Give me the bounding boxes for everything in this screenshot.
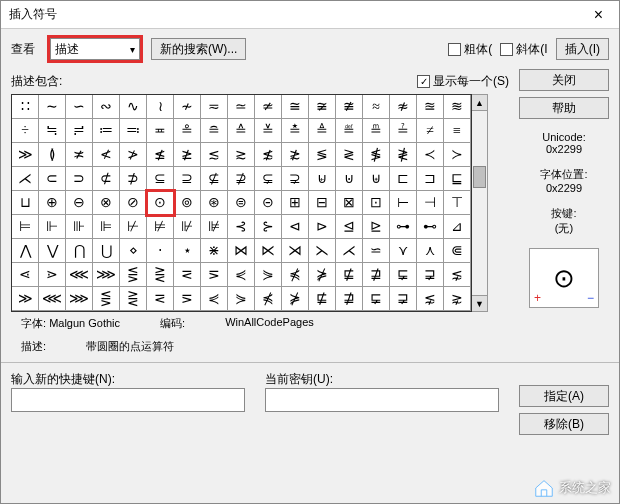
symbol-cell[interactable]: ⋆ bbox=[174, 239, 201, 263]
symbol-cell[interactable]: ⊄ bbox=[93, 167, 120, 191]
symbol-cell[interactable]: ⊣ bbox=[417, 191, 444, 215]
symbol-cell[interactable]: ⊭ bbox=[147, 215, 174, 239]
showall-checkbox-wrap[interactable]: ✓ 显示每一个(S) bbox=[417, 73, 509, 90]
symbol-cell[interactable]: ⊆ bbox=[147, 167, 174, 191]
symbol-cell[interactable]: ≲ bbox=[201, 143, 228, 167]
symbol-cell[interactable]: ≖ bbox=[147, 119, 174, 143]
symbol-cell[interactable]: ⋙ bbox=[93, 263, 120, 287]
current-input[interactable] bbox=[265, 388, 499, 412]
symbol-cell[interactable]: ⋚ bbox=[120, 263, 147, 287]
symbol-cell[interactable]: ⋣ bbox=[363, 263, 390, 287]
symbol-cell[interactable]: ≆ bbox=[309, 95, 336, 119]
symbol-cell[interactable]: ⊔ bbox=[12, 191, 39, 215]
symbol-cell[interactable]: ≡ bbox=[444, 119, 471, 143]
symbol-cell[interactable]: ⋐ bbox=[444, 239, 471, 263]
symbol-cell[interactable]: ⋚ bbox=[93, 287, 120, 311]
symbol-cell[interactable]: ≫ bbox=[12, 287, 39, 311]
scroll-down-icon[interactable]: ▼ bbox=[472, 295, 487, 311]
symbol-cell[interactable]: ⊎ bbox=[363, 167, 390, 191]
symbol-cell[interactable]: ≻ bbox=[444, 143, 471, 167]
symbol-cell[interactable]: ⊫ bbox=[93, 215, 120, 239]
symbol-cell[interactable]: ⋧ bbox=[444, 287, 471, 311]
symbol-cell[interactable]: ÷ bbox=[12, 119, 39, 143]
symbol-cell[interactable]: ⊖ bbox=[66, 191, 93, 215]
symbol-cell[interactable]: ⋍ bbox=[363, 239, 390, 263]
symbol-cell[interactable]: ⊚ bbox=[174, 191, 201, 215]
symbol-cell[interactable]: ≋ bbox=[444, 95, 471, 119]
symbol-cell[interactable]: ∽ bbox=[66, 95, 93, 119]
symbol-cell[interactable]: ≜ bbox=[309, 119, 336, 143]
symbol-cell[interactable]: ≈ bbox=[363, 95, 390, 119]
symbol-cell[interactable]: ⊳ bbox=[309, 215, 336, 239]
symbol-cell[interactable]: ⊵ bbox=[363, 215, 390, 239]
symbol-cell[interactable]: ≬ bbox=[39, 143, 66, 167]
symbol-cell[interactable]: ≒ bbox=[39, 119, 66, 143]
symbol-cell[interactable]: ⋘ bbox=[39, 287, 66, 311]
symbol-cell[interactable]: ⊗ bbox=[93, 191, 120, 215]
symbol-cell[interactable]: ≵ bbox=[282, 143, 309, 167]
symbol-cell[interactable]: ≟ bbox=[390, 119, 417, 143]
symbol-cell[interactable]: ⋌ bbox=[12, 167, 39, 191]
italic-checkbox[interactable] bbox=[500, 43, 513, 56]
symbol-cell[interactable]: ⋄ bbox=[120, 239, 147, 263]
symbol-cell[interactable]: ⊊ bbox=[255, 167, 282, 191]
symbol-cell[interactable]: ⋅ bbox=[147, 239, 174, 263]
symbol-cell[interactable]: ⊞ bbox=[282, 191, 309, 215]
symbol-cell[interactable]: ⋙ bbox=[66, 287, 93, 311]
symbol-cell[interactable]: ⋜ bbox=[147, 287, 174, 311]
symbol-cell[interactable]: ≷ bbox=[336, 143, 363, 167]
symbol-cell[interactable]: ⋤ bbox=[390, 263, 417, 287]
symbol-cell[interactable]: ⊮ bbox=[174, 215, 201, 239]
symbol-cell[interactable]: ≰ bbox=[147, 143, 174, 167]
symbol-cell[interactable]: ⊪ bbox=[66, 215, 93, 239]
symbol-cell[interactable]: ⋈ bbox=[228, 239, 255, 263]
symbol-cell[interactable]: ⊤ bbox=[444, 191, 471, 215]
symbol-cell[interactable]: ∷ bbox=[12, 95, 39, 119]
view-dropdown[interactable]: 描述 ▾ bbox=[50, 38, 140, 60]
symbol-cell[interactable]: ≛ bbox=[282, 119, 309, 143]
symbol-cell[interactable]: ≞ bbox=[363, 119, 390, 143]
symbol-cell[interactable]: ⊌ bbox=[309, 167, 336, 191]
symbol-cell[interactable]: ≙ bbox=[228, 119, 255, 143]
symbol-cell[interactable]: ≘ bbox=[201, 119, 228, 143]
symbol-cell[interactable]: ⋖ bbox=[12, 263, 39, 287]
symbol-cell[interactable]: ⊬ bbox=[120, 215, 147, 239]
symbol-cell[interactable]: ≔ bbox=[93, 119, 120, 143]
help-button[interactable]: 帮助 bbox=[519, 97, 609, 119]
symbol-cell[interactable]: ≂ bbox=[201, 95, 228, 119]
symbol-cell[interactable]: ≫ bbox=[12, 143, 39, 167]
symbol-cell[interactable]: ⊡ bbox=[363, 191, 390, 215]
symbol-cell[interactable]: ⋥ bbox=[417, 263, 444, 287]
symbol-cell[interactable]: ≸ bbox=[363, 143, 390, 167]
symbol-cell[interactable]: ≁ bbox=[174, 95, 201, 119]
symbol-cell[interactable]: ⊷ bbox=[417, 215, 444, 239]
symbol-cell[interactable]: ⋃ bbox=[93, 239, 120, 263]
symbol-cell[interactable]: ⋣ bbox=[336, 287, 363, 311]
symbol-cell[interactable]: ≭ bbox=[66, 143, 93, 167]
symbol-cell[interactable]: ⊍ bbox=[336, 167, 363, 191]
symbol-cell[interactable]: ≄ bbox=[255, 95, 282, 119]
symbol-cell[interactable]: ⋉ bbox=[255, 239, 282, 263]
symbol-cell[interactable]: ⊶ bbox=[390, 215, 417, 239]
remove-button[interactable]: 移除(B) bbox=[519, 413, 609, 435]
symbol-cell[interactable]: ⋟ bbox=[228, 287, 255, 311]
symbol-cell[interactable]: ⊑ bbox=[444, 167, 471, 191]
symbol-cell[interactable]: ∾ bbox=[93, 95, 120, 119]
symbol-cell[interactable]: ⋜ bbox=[174, 263, 201, 287]
symbol-cell[interactable]: ⋝ bbox=[201, 263, 228, 287]
symbol-cell[interactable]: ⊲ bbox=[282, 215, 309, 239]
symbol-cell[interactable]: ≀ bbox=[147, 95, 174, 119]
symbol-cell[interactable]: ≕ bbox=[120, 119, 147, 143]
symbol-cell[interactable]: ⋗ bbox=[39, 263, 66, 287]
symbol-cell[interactable]: ⋟ bbox=[255, 263, 282, 287]
symbol-cell[interactable]: ⊩ bbox=[39, 215, 66, 239]
symbol-cell[interactable]: ⋎ bbox=[390, 239, 417, 263]
symbol-cell[interactable]: ⋁ bbox=[39, 239, 66, 263]
symbol-cell[interactable]: ⊏ bbox=[390, 167, 417, 191]
symbol-cell[interactable]: ≅ bbox=[282, 95, 309, 119]
symbol-cell[interactable]: ⊟ bbox=[309, 191, 336, 215]
scroll-track[interactable] bbox=[472, 111, 487, 295]
insert-button[interactable]: 插入(I) bbox=[556, 38, 609, 60]
symbol-cell[interactable]: ⋠ bbox=[255, 287, 282, 311]
symbol-cell[interactable]: ≯ bbox=[120, 143, 147, 167]
